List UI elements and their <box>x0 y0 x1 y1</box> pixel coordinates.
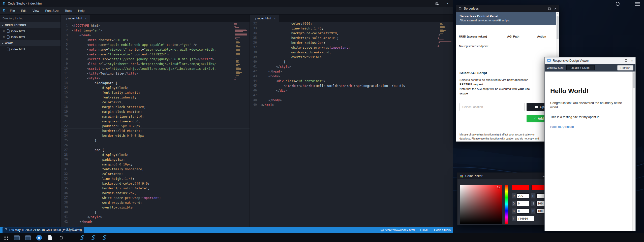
code-line[interactable]: 39 overflow:visible <box>61 205 250 210</box>
code-line[interactable]: 29 padding:8px; <box>61 157 250 162</box>
code-line[interactable]: 35 border:1px solid #e1e1e1; <box>61 186 250 191</box>
code-line[interactable]: 42 </head> <box>250 69 453 74</box>
code-line[interactable]: 38 word-wrap:break-word; <box>61 200 250 205</box>
code-line[interactable]: 21 margin-inline-end:0; <box>61 119 250 124</box>
code-line[interactable]: 28 display:block; <box>61 152 250 157</box>
code-line[interactable]: 27 pre { <box>61 148 250 152</box>
code-line[interactable]: 43 <body> <box>250 74 453 79</box>
taskbar-code-studio-icon[interactable] <box>90 234 97 241</box>
code-line[interactable]: 40 } <box>61 210 250 215</box>
code-line[interactable]: 41 </style> <box>61 215 250 219</box>
code-line[interactable]: 16 font-size:inherit; <box>61 95 250 100</box>
back-to-aprintlab-link[interactable]: Back to Aprintlab <box>550 125 574 129</box>
code-line[interactable]: 24 border-width:0 0 0 5px <box>61 133 250 138</box>
taskbar-window-icon[interactable] <box>13 234 21 241</box>
blue-input[interactable] <box>517 209 529 214</box>
menu-tools[interactable]: Tools <box>62 7 75 15</box>
code-line[interactable]: 32 color:#666; <box>61 171 250 176</box>
window-size-value[interactable]: 361px x 627px <box>566 65 595 70</box>
code-line[interactable]: 49</html> <box>250 102 453 107</box>
code-line[interactable]: 4 <meta charset="UTF-8"> <box>61 38 250 42</box>
scroll-up-arrow-icon[interactable]: ▲ <box>556 12 559 15</box>
code-line[interactable]: 14 display:block; <box>61 85 250 90</box>
color-cursor[interactable] <box>497 186 500 188</box>
taskbar-code-studio-icon[interactable] <box>101 234 108 241</box>
restore-button[interactable] <box>431 0 442 7</box>
code-line[interactable]: 39 overflow:visible <box>250 55 453 59</box>
code-line[interactable]: 47 <box>250 93 453 98</box>
code-line[interactable]: 36 border-radius:2px; <box>61 191 250 195</box>
code-line[interactable]: 23 border:solid #b1b1b1; <box>61 128 250 133</box>
code-line[interactable]: 41 </style> <box>250 64 453 69</box>
editor-right-minimap[interactable] <box>438 23 451 48</box>
taskbar-files-icon[interactable] <box>46 234 54 241</box>
maximize-button[interactable] <box>548 7 550 10</box>
code-line[interactable]: 33 line-height:1.45; <box>250 26 453 31</box>
minimize-button[interactable]: – <box>420 0 431 7</box>
code-line[interactable]: 31 font-family:monospace; <box>61 167 250 171</box>
menu-help[interactable]: Help <box>75 7 88 15</box>
close-icon[interactable]: × <box>85 17 87 20</box>
saturation-brightness-area[interactable] <box>460 185 502 224</box>
code-line[interactable]: 26 <box>61 143 250 148</box>
code-line[interactable]: 44 <div class="ui container"> <box>250 79 453 83</box>
scrollbar[interactable] <box>632 72 635 231</box>
code-line[interactable]: 8 <script src="https://code.jquery.com/j… <box>61 57 250 61</box>
code-line[interactable]: 9 <link rel="stylesheet" href="https://c… <box>61 61 250 66</box>
tab-index-html[interactable]: index.html × <box>250 15 279 22</box>
code-line[interactable]: 25 } <box>61 138 250 143</box>
editor-left-minimap[interactable] <box>234 23 247 80</box>
code-line[interactable]: 40 } <box>250 59 453 64</box>
code-line[interactable]: 6 <meta name="viewport" content="user-sc… <box>61 47 250 52</box>
code-line[interactable]: 42 </head> <box>61 219 250 224</box>
code-line[interactable]: 12 <style> <box>61 76 250 81</box>
menu-view[interactable]: View <box>29 7 42 15</box>
code-editor[interactable]: 1<!DOCTYPE html>2<html lang="en">3 <head… <box>61 22 250 227</box>
code-line[interactable]: 34 background-color:#f9f9f9; <box>61 181 250 186</box>
status-language[interactable]: HTML <box>420 228 428 232</box>
code-line[interactable]: 11 <title>Testing Site</title> <box>61 71 250 76</box>
sidebar-item-file[interactable]: index.html <box>0 46 60 52</box>
code-line[interactable]: 37 white-space:pre-wrap!important; <box>250 45 453 50</box>
taskbar-code-studio-icon[interactable] <box>79 234 86 241</box>
app-launcher-icon[interactable] <box>2 234 10 241</box>
hue-slider[interactable] <box>505 185 508 224</box>
sidebar-section-open-editors[interactable]: ▾OPEN EDITORS <box>0 22 60 28</box>
code-line[interactable]: 22 padding:0 5px 0 20px; <box>61 124 250 128</box>
scrollbar-thumb[interactable] <box>633 72 635 88</box>
close-icon[interactable]: × <box>3 35 5 39</box>
code-line[interactable]: 7 <meta name="theme-color" content="#ff9… <box>61 52 250 57</box>
code-line[interactable]: 19 margin-block-end:1em; <box>61 109 250 114</box>
code-line[interactable]: 1<!DOCTYPE html> <box>61 23 250 28</box>
code-line[interactable]: 36 border-radius:2px; <box>250 40 453 45</box>
tab-index-html[interactable]: index.html × <box>61 15 90 22</box>
code-line[interactable]: 5 <meta name="apple-mobile-web-app-capab… <box>61 42 250 47</box>
code-line[interactable]: 2<html lang="en"> <box>61 28 250 33</box>
scrollbar-thumb[interactable] <box>557 16 559 39</box>
sidebar-item-file[interactable]: ×index.html <box>0 28 60 34</box>
titlebar[interactable]: Code Studio - index.html – × <box>0 0 453 7</box>
close-icon[interactable]: × <box>3 29 5 33</box>
taskbar-serverless-icon[interactable] <box>57 234 65 241</box>
green-input[interactable] <box>517 201 529 206</box>
code-line[interactable]: 10 <script src="https://cdnjs.cloudflare… <box>61 66 250 71</box>
code-editor[interactable]: 32 color:#666;33 line-height:1.45;34 bac… <box>250 22 453 227</box>
close-icon[interactable]: × <box>274 17 276 20</box>
close-button[interactable]: × <box>631 59 633 62</box>
sidebar-section-www[interactable]: ▾WWW <box>0 40 60 46</box>
code-line[interactable]: 20 margin-inline-start:0; <box>61 114 250 119</box>
code-line[interactable]: 13 blockquote { <box>61 81 250 85</box>
sidebar-item-file[interactable]: ×index.html <box>0 34 60 40</box>
code-line[interactable]: 15 font-family:inherit; <box>61 90 250 95</box>
file-path-status[interactable]: store:/www/index.html <box>381 228 415 232</box>
menu-file[interactable]: File <box>7 7 18 15</box>
code-line[interactable]: 30 margin:0 0 10px; <box>61 162 250 167</box>
close-button[interactable]: × <box>442 0 453 7</box>
code-line[interactable]: 33 line-height:1.45; <box>61 176 250 181</box>
code-line[interactable]: 17 color:#999; <box>61 100 250 105</box>
menu-icon[interactable] <box>635 2 640 7</box>
responsive-viewer-titlebar[interactable]: Responsive Design Viewer – × <box>545 57 635 64</box>
close-button[interactable]: × <box>554 7 556 10</box>
minimize-button[interactable]: – <box>619 59 621 62</box>
code-line[interactable]: 3 <head> <box>61 33 250 38</box>
